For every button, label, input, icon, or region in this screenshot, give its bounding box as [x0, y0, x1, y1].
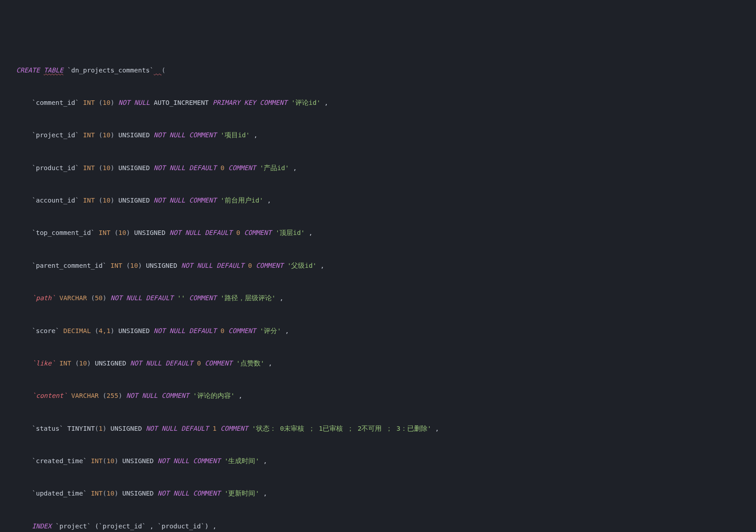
code-line[interactable]: `updated_time` INT(10) UNSIGNED NOT NULL… [0, 488, 756, 500]
keyword-table: TABLE [44, 67, 63, 74]
code-line[interactable]: `content` VARCHAR (255) NOT NULL COMMENT… [0, 390, 756, 402]
code-line[interactable]: `created_time` INT(10) UNSIGNED NOT NULL… [0, 455, 756, 467]
code-line[interactable]: CREATE TABLE `dn_projects_comments` ( [0, 64, 756, 76]
code-line[interactable]: `status` TINYINT(1) UNSIGNED NOT NULL DE… [0, 423, 756, 434]
error-marker [154, 67, 162, 74]
type-int: INT [83, 99, 94, 106]
col-created-time: `created_time` [32, 457, 87, 464]
col-comment-id: `comment_id` [32, 99, 79, 106]
code-line[interactable]: `parent_comment_id` INT (10) UNSIGNED NO… [0, 260, 756, 271]
col-account-id: `account_id` [32, 197, 79, 204]
col-product-id: `product_id` [32, 164, 79, 171]
code-line[interactable]: `path` VARCHAR (50) NOT NULL DEFAULT '' … [0, 293, 756, 304]
col-top-comment-id: `top_comment_id` [32, 229, 95, 236]
col-project-id: `project_id` [32, 131, 79, 139]
col-like: `like` [32, 360, 55, 367]
col-score: `score` [32, 327, 59, 334]
col-updated-time: `updated_time` [32, 490, 87, 497]
code-line[interactable]: `project_id` INT (10) UNSIGNED NOT NULL … [0, 130, 756, 141]
code-line[interactable]: `top_comment_id` INT (10) UNSIGNED NOT N… [0, 227, 756, 239]
col-parent-comment-id: `parent_comment_id` [32, 262, 107, 269]
code-line[interactable]: `account_id` INT (10) UNSIGNED NOT NULL … [0, 195, 756, 207]
col-path: `path` [32, 294, 55, 302]
keyword-index: INDEX [32, 523, 52, 530]
keyword-create: CREATE [16, 67, 40, 74]
code-line[interactable]: INDEX `project` (`project_id` , `product… [0, 520, 756, 532]
col-status: `status` [32, 425, 63, 432]
code-line[interactable]: `score` DECIMAL (4,1) UNSIGNED NOT NULL … [0, 325, 756, 337]
code-editor[interactable]: CREATE TABLE `dn_projects_comments` ( `c… [0, 44, 756, 532]
code-line[interactable]: `like` INT (10) UNSIGNED NOT NULL DEFAUL… [0, 358, 756, 370]
code-line[interactable]: `comment_id` INT (10) NOT NULL AUTO_INCR… [0, 97, 756, 109]
code-line[interactable]: `product_id` INT (10) UNSIGNED NOT NULL … [0, 162, 756, 174]
col-content: `content` [32, 392, 68, 399]
table-name: `dn_projects_comments` [68, 67, 154, 74]
